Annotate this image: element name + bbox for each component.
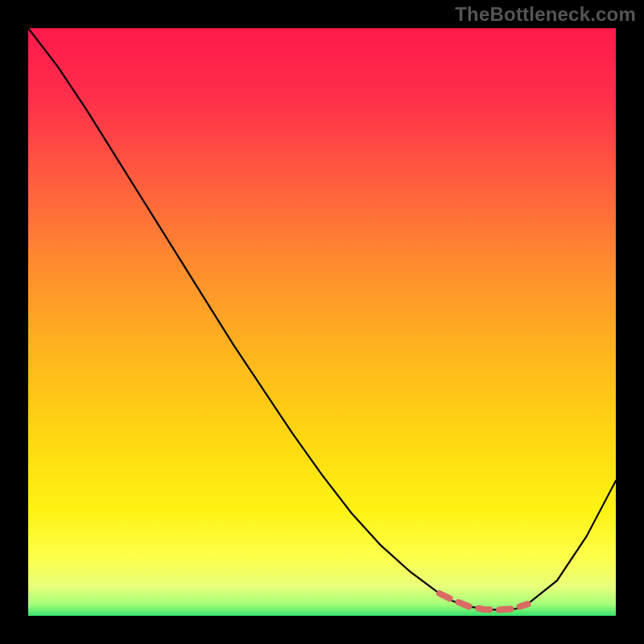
- plot-frame: [28, 28, 616, 616]
- gradient-background: [28, 28, 616, 616]
- plot-area: [28, 28, 616, 616]
- watermark-text: TheBottleneck.com: [455, 3, 636, 26]
- chart-svg: [28, 28, 616, 616]
- chart-container: TheBottleneck.com: [0, 0, 644, 644]
